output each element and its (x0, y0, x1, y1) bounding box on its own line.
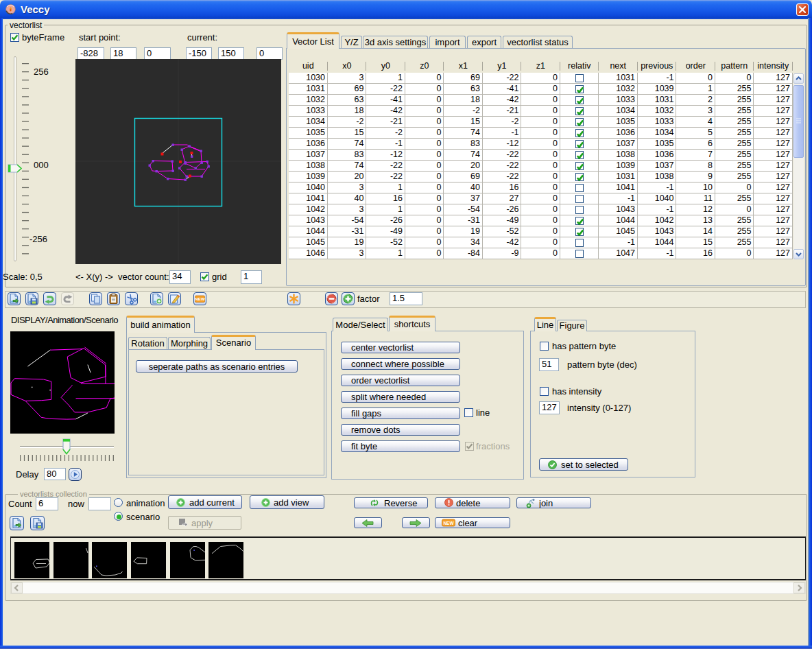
svg-text:NEW: NEW (195, 296, 205, 301)
svg-text:NEW: NEW (443, 521, 454, 526)
